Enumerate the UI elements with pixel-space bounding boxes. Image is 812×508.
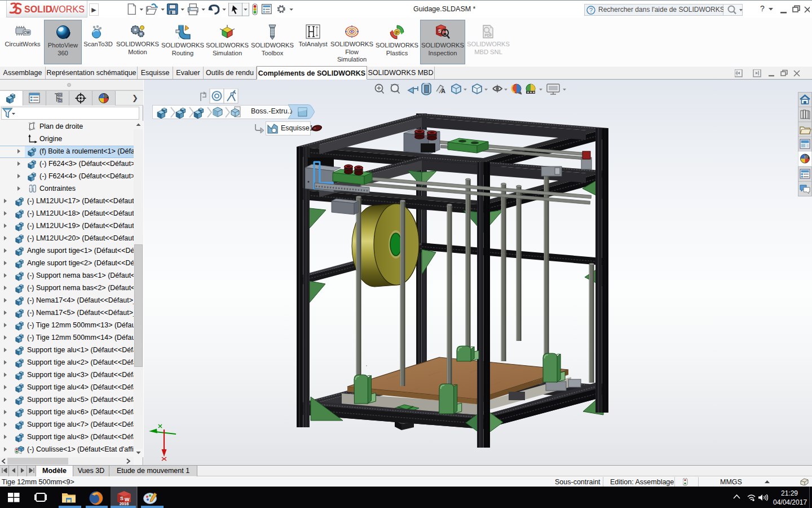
svg-text:SOLID: SOLID — [24, 5, 52, 14]
svg-text:A: A — [441, 87, 445, 94]
svg-text:S: S — [120, 496, 123, 501]
svg-text:2016: 2016 — [120, 501, 129, 506]
svg-text:WORKS: WORKS — [50, 5, 85, 14]
svg-text:PDF: PDF — [485, 33, 492, 37]
svg-text:CW: CW — [24, 30, 30, 34]
svg-text:P: P — [395, 30, 399, 36]
svg-text:?: ? — [589, 7, 593, 14]
